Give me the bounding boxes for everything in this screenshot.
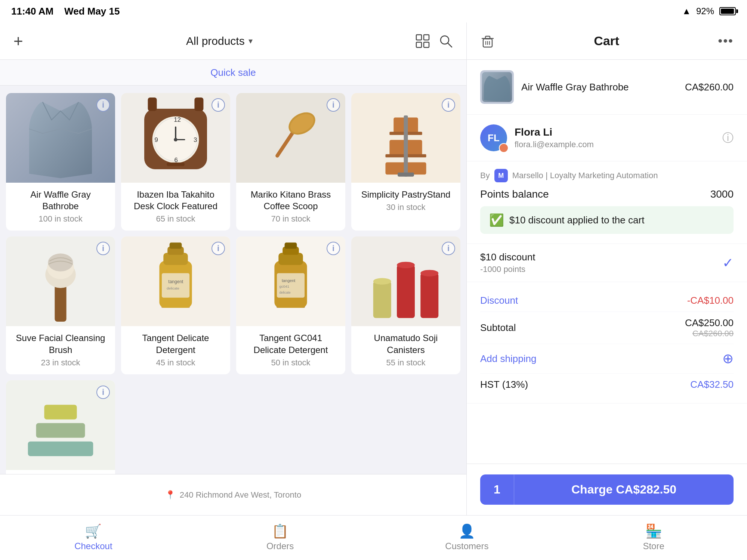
discount-option-row[interactable]: $10 discount -1000 points ✓: [467, 244, 747, 282]
shipping-row[interactable]: Add shipping ⊕: [480, 344, 734, 374]
search-button[interactable]: [439, 34, 453, 48]
info-badge-tiered[interactable]: i: [96, 386, 110, 399]
svg-text:delicate: delicate: [279, 291, 290, 294]
product-info-detergent2: Tangent GC041 Delicate Detergent 50 in s…: [236, 326, 345, 374]
customer-info-button[interactable]: ⓘ: [722, 130, 734, 146]
svg-rect-18: [167, 163, 185, 166]
svg-rect-37: [162, 273, 189, 298]
product-image-clock: 12 3 6 9 i: [121, 93, 230, 183]
product-stock-detergent2: 50 in stock: [242, 358, 339, 368]
svg-rect-0: [416, 35, 422, 40]
product-name-bathrobe: Air Waffle Gray Bathrobe: [12, 189, 109, 212]
loyalty-points-row: Points balance 3000: [480, 188, 734, 200]
svg-text:3: 3: [194, 136, 197, 143]
product-card-tiered[interactable]: i Unamatudo Three Tiered 35 in stock: [6, 380, 115, 474]
product-info-bathrobe: Air Waffle Gray Bathrobe 100 in stock: [6, 183, 115, 231]
delete-button[interactable]: [480, 34, 495, 49]
info-badge-clock[interactable]: i: [212, 98, 225, 112]
products-area[interactable]: i Air Waffle Gray Bathrobe 100 in stock: [0, 86, 466, 474]
svg-rect-2: [416, 42, 422, 47]
battery-text: 92%: [696, 6, 714, 16]
svg-rect-1: [424, 35, 429, 40]
svg-text:6: 6: [174, 157, 178, 164]
more-options-button[interactable]: •••: [718, 34, 734, 48]
search-icon: [439, 34, 453, 48]
svg-point-17: [174, 138, 178, 142]
cart-title: Cart: [594, 34, 619, 48]
hst-label: HST (13%): [480, 379, 528, 390]
quick-sale-bar: Quick sale: [0, 60, 466, 86]
product-card-detergent2[interactable]: tangent gc041 delicate i Tangent GC041 D…: [236, 236, 345, 374]
product-stock-canisters: 55 in stock: [357, 358, 454, 368]
svg-text:9: 9: [155, 136, 158, 143]
svg-rect-57: [28, 441, 93, 456]
charge-button[interactable]: Charge CA$282.50: [514, 474, 734, 505]
product-card-bathrobe[interactable]: i Air Waffle Gray Bathrobe 100 in stock: [6, 93, 115, 231]
subtotal-original: CA$260.00: [685, 329, 734, 338]
product-image-scoop: i: [236, 93, 345, 183]
product-name-detergent2: Tangent GC041 Delicate Detergent: [242, 332, 339, 355]
product-card-detergent[interactable]: tangent delicate i Tangent Delicate Dete…: [121, 236, 230, 374]
product-image-canisters: i: [351, 236, 460, 326]
nav-tab-checkout[interactable]: 🛒 Checkout: [0, 516, 187, 560]
product-image-brush: i: [6, 236, 115, 326]
svg-rect-8: [194, 98, 203, 111]
svg-rect-26: [404, 115, 408, 177]
product-card-brush[interactable]: i Suve Facial Cleansing Brush 23 in stoc…: [6, 236, 115, 374]
status-time: 11:40 AM Wed May 15: [11, 6, 120, 17]
product-stock-brush: 23 in stock: [12, 358, 109, 368]
add-shipping-icon[interactable]: ⊕: [722, 351, 734, 366]
svg-rect-3: [424, 42, 429, 47]
all-products-dropdown[interactable]: All products ▾: [186, 35, 253, 47]
grid-icon: [416, 34, 430, 48]
product-name-brush: Suve Facial Cleansing Brush: [12, 332, 109, 355]
hst-row: HST (13%) CA$32.50: [480, 374, 734, 396]
product-info-tiered: Unamatudo Three Tiered 35 in stock: [6, 470, 115, 474]
nav-label-customers: Customers: [445, 541, 488, 551]
discount-total-row: Discount -CA$10.00: [480, 290, 734, 312]
status-bar: 11:40 AM Wed May 15 ▲ 92%: [0, 0, 747, 22]
loyalty-section: By M Marsello | Loyalty Marketing Automa…: [467, 161, 747, 244]
nav-tab-store[interactable]: 🏪 Store: [560, 516, 747, 560]
hst-value: CA$32.50: [690, 379, 734, 390]
cart-content: Air Waffle Gray Bathrobe CA$260.00 FL Fl…: [467, 60, 747, 464]
location-text: 240 Richmond Ave West, Toronto: [180, 490, 301, 500]
svg-rect-60: [485, 36, 490, 39]
product-card-canisters[interactable]: i Unamatudo Soji Canisters 55 in stock: [351, 236, 460, 374]
product-card-pastry[interactable]: i Simplicity PastryStand 30 in stock: [351, 93, 460, 231]
nav-tab-customers[interactable]: 👤 Customers: [374, 516, 561, 560]
add-button[interactable]: +: [13, 32, 23, 50]
discount-label: Discount: [480, 295, 518, 306]
cart-panel: Cart •••: [467, 22, 747, 515]
product-card-clock[interactable]: 12 3 6 9 i: [121, 93, 230, 231]
customer-section: FL Flora Li flora.li@example.com ⓘ: [467, 115, 747, 161]
nav-tab-orders[interactable]: 📋 Orders: [187, 516, 374, 560]
location-info: 📍 240 Richmond Ave West, Toronto: [0, 474, 466, 515]
shipping-label: Add shipping: [480, 353, 536, 365]
product-name-clock: Ibazen Iba Takahito Desk Clock Featured: [127, 189, 224, 212]
discount-option-points: -1000 points: [480, 264, 535, 274]
product-image-detergent2: tangent gc041 delicate i: [236, 236, 345, 326]
info-badge-bathrobe[interactable]: i: [96, 98, 110, 112]
quick-sale-label: Quick sale: [210, 67, 256, 78]
nav-label-orders: Orders: [266, 541, 294, 551]
svg-line-5: [448, 43, 452, 47]
check-circle-icon: ✅: [489, 213, 504, 227]
checked-circle-icon: ✓: [722, 255, 734, 271]
main-toolbar: + All products ▾: [0, 22, 466, 60]
wifi-icon: ▲: [682, 6, 691, 16]
svg-text:12: 12: [174, 116, 181, 123]
grid-view-button[interactable]: [416, 34, 430, 48]
product-image-bathrobe: i: [6, 93, 115, 183]
trash-icon: [480, 34, 495, 49]
info-badge-scoop[interactable]: i: [327, 98, 340, 112]
product-name-detergent: Tangent Delicate Detergent: [127, 332, 224, 355]
product-card-scoop[interactable]: i Mariko Kitano Brass Coffee Scoop 70 in…: [236, 93, 345, 231]
totals-section: Discount -CA$10.00 Subtotal CA$250.00 CA…: [467, 282, 747, 403]
product-stock-scoop: 70 in stock: [242, 214, 339, 224]
info-badge-pastry[interactable]: i: [442, 98, 455, 112]
quantity-box[interactable]: 1: [480, 474, 514, 505]
customer-details: Flora Li flora.li@example.com: [515, 126, 715, 149]
svg-rect-55: [44, 405, 77, 419]
svg-text:tangent: tangent: [168, 279, 183, 285]
